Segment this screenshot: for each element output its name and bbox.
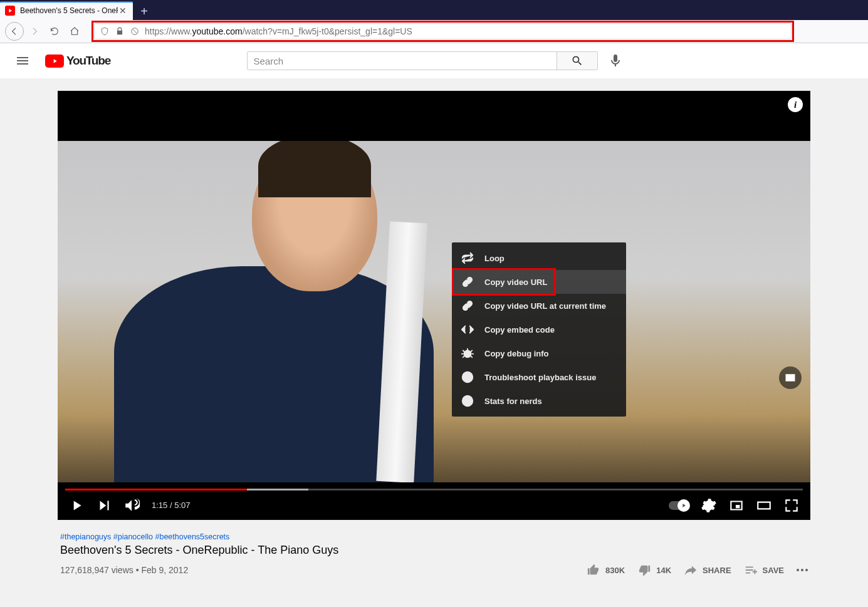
next-button[interactable] — [93, 494, 115, 517]
search-button[interactable] — [557, 52, 597, 70]
voice-search-button[interactable] — [603, 48, 628, 73]
code-icon — [461, 323, 474, 336]
playlist-add-icon — [744, 563, 758, 577]
youtube-logo-icon — [45, 54, 64, 68]
cards-info-button[interactable]: i — [788, 97, 803, 112]
search-input[interactable] — [248, 52, 557, 70]
play-icon — [68, 497, 85, 514]
more-actions-button[interactable] — [797, 569, 808, 571]
autoplay-knob — [677, 499, 690, 512]
miniplayer-control-button[interactable] — [725, 494, 748, 517]
play-button[interactable] — [65, 494, 88, 517]
page-content: i Loop — [0, 78, 868, 577]
address-bar[interactable]: https://www.youtube.com/watch?v=mJ_fkw5j… — [94, 23, 792, 39]
ctx-copy-url-label: Copy video URL — [484, 278, 547, 287]
url-text: https://www.youtube.com/watch?v=mJ_fkw5j… — [145, 26, 412, 36]
pip-icon — [728, 497, 745, 514]
next-icon — [96, 497, 112, 514]
miniplayer-icon — [784, 371, 797, 384]
youtube-logo[interactable]: YouTube — [45, 54, 110, 68]
youtube-logo-text: YouTube — [66, 54, 110, 68]
ctx-debug[interactable]: Copy debug info — [452, 341, 626, 365]
video-hashtags[interactable]: #thepianoguys #pianocello #beethovens5se… — [60, 532, 808, 541]
info-icon — [461, 394, 474, 408]
ctx-loop[interactable]: Loop — [452, 246, 626, 270]
lock-icon[interactable] — [115, 26, 125, 36]
theater-mode-button[interactable] — [753, 494, 775, 517]
ctx-stats-label: Stats for nerds — [484, 397, 542, 406]
settings-button[interactable] — [698, 494, 720, 517]
like-count: 830K — [605, 566, 625, 575]
ctx-copy-url-time[interactable]: Copy video URL at current time — [452, 294, 626, 318]
permissions-icon[interactable] — [130, 26, 140, 36]
video-title: Beethoven's 5 Secrets - OneRepublic - Th… — [60, 544, 808, 557]
video-frame — [58, 141, 810, 482]
views-date: 127,618,947 views • Feb 9, 2012 — [60, 565, 587, 575]
search-icon — [571, 54, 583, 67]
nav-reload-button[interactable] — [45, 22, 64, 41]
thumbs-up-icon — [587, 563, 600, 577]
nav-back-button[interactable] — [5, 22, 24, 41]
video-player[interactable]: i Loop — [58, 91, 810, 520]
ctx-copy-url[interactable]: Copy video URL — [452, 270, 626, 294]
microphone-icon — [608, 53, 623, 68]
save-label: SAVE — [763, 566, 784, 575]
ctx-loop-label: Loop — [484, 254, 505, 263]
progress-played — [65, 489, 247, 490]
tab-close-button[interactable]: ✕ — [118, 6, 128, 16]
loop-icon — [461, 251, 474, 265]
help-icon — [461, 370, 474, 384]
share-icon — [684, 563, 698, 577]
share-label: SHARE — [703, 566, 731, 575]
link-icon — [461, 299, 474, 313]
svg-point-1 — [464, 350, 471, 357]
tab-title: Beethoven's 5 Secrets - OneRe — [20, 6, 118, 15]
progress-bar[interactable] — [65, 489, 803, 490]
dislike-count: 14K — [656, 566, 671, 575]
nav-forward-button[interactable] — [25, 22, 44, 41]
theater-icon — [756, 497, 772, 514]
like-button[interactable]: 830K — [587, 563, 625, 577]
youtube-favicon — [5, 6, 15, 16]
autoplay-toggle[interactable] — [669, 501, 689, 510]
miniplayer-button[interactable] — [779, 366, 802, 389]
kebab-icon — [797, 569, 808, 571]
fullscreen-button[interactable] — [780, 494, 803, 517]
ctx-stats[interactable]: Stats for nerds — [452, 389, 626, 413]
fullscreen-icon — [783, 497, 800, 514]
address-bar-highlight: https://www.youtube.com/watch?v=mJ_fkw5j… — [92, 21, 794, 42]
volume-icon — [123, 497, 140, 514]
ctx-copy-url-time-label: Copy video URL at current time — [484, 301, 606, 311]
time-display: 1:15 / 5:07 — [152, 501, 190, 510]
ctx-embed-label: Copy embed code — [484, 325, 555, 335]
new-tab-button[interactable]: + — [135, 3, 153, 20]
browser-tab-active[interactable]: Beethoven's 5 Secrets - OneRe ✕ — [0, 1, 133, 20]
ctx-embed[interactable]: Copy embed code — [452, 318, 626, 341]
video-content-illustration — [95, 141, 452, 482]
share-button[interactable]: SHARE — [684, 563, 731, 577]
nav-home-button[interactable] — [65, 22, 84, 41]
youtube-masthead: YouTube — [0, 43, 868, 78]
link-icon — [461, 275, 474, 289]
player-context-menu: Loop Copy video URL Copy video URL at cu… — [452, 242, 626, 417]
dislike-button[interactable]: 14K — [637, 563, 671, 577]
bug-icon — [461, 346, 474, 360]
browser-tabstrip: Beethoven's 5 Secrets - OneRe ✕ + — [0, 0, 868, 20]
guide-menu-button[interactable] — [10, 48, 35, 73]
ctx-troubleshoot-label: Troubleshoot playback issue — [484, 373, 596, 382]
mute-button[interactable] — [120, 494, 143, 517]
browser-toolbar: https://www.youtube.com/watch?v=mJ_fkw5j… — [0, 20, 868, 43]
tracking-shield-icon[interactable] — [100, 26, 110, 36]
ctx-troubleshoot[interactable]: Troubleshoot playback issue — [452, 365, 626, 389]
search-box — [247, 51, 598, 70]
ctx-debug-label: Copy debug info — [484, 349, 549, 358]
gear-icon — [701, 497, 717, 514]
save-button[interactable]: SAVE — [744, 563, 784, 577]
thumbs-down-icon — [637, 563, 651, 577]
